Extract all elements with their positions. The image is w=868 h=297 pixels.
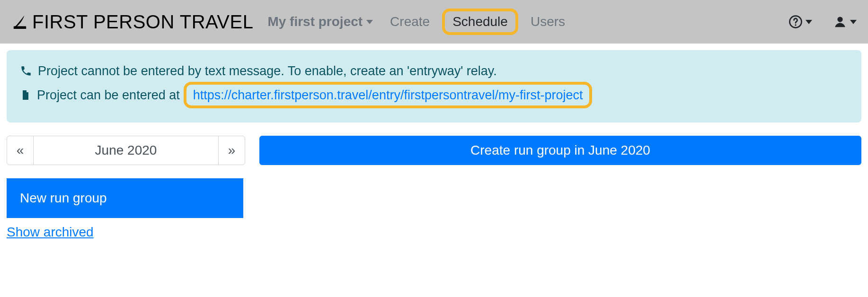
brand-name: FIRST PERSON TRAVEL — [32, 11, 253, 33]
show-archived-link[interactable]: Show archived — [7, 223, 94, 242]
nav-users[interactable]: Users — [522, 11, 574, 32]
page-content: Project cannot be entered by text messag… — [0, 44, 868, 248]
project-dropdown[interactable]: My first project — [263, 11, 378, 32]
user-menu[interactable] — [833, 15, 857, 29]
month-next-button[interactable]: » — [218, 136, 245, 165]
caret-down-icon — [366, 20, 373, 24]
info-alert: Project cannot be entered by text messag… — [7, 50, 861, 122]
svg-rect-0 — [14, 26, 26, 29]
svg-point-2 — [795, 24, 796, 26]
month-label: June 2020 — [34, 136, 218, 165]
nav-schedule-highlight: Schedule — [442, 9, 518, 35]
top-navbar: FIRST PERSON TRAVEL My first project Cre… — [0, 0, 868, 44]
nav-create[interactable]: Create — [381, 11, 438, 32]
month-selector: « June 2020 » — [7, 136, 245, 165]
new-run-group-button[interactable]: New run group — [7, 178, 243, 218]
schedule-controls-row: « June 2020 » Create run group in June 2… — [7, 136, 861, 165]
help-icon — [788, 15, 803, 29]
help-menu[interactable] — [788, 15, 812, 29]
svg-point-3 — [837, 17, 842, 22]
entry-url-highlight: https://charter.firstperson.travel/entry… — [184, 82, 593, 109]
caret-down-icon — [806, 20, 812, 24]
create-run-group-month-button[interactable]: Create run group in June 2020 — [259, 136, 861, 165]
phone-icon — [20, 65, 32, 77]
project-dropdown-label: My first project — [267, 14, 363, 29]
file-icon — [20, 89, 31, 101]
alert-line2-prefix: Project can be entered at — [37, 86, 180, 105]
brand[interactable]: FIRST PERSON TRAVEL — [11, 11, 253, 33]
caret-down-icon — [850, 20, 857, 24]
alert-line1-text: Project cannot be entered by text messag… — [38, 61, 497, 81]
quill-logo-icon — [11, 13, 28, 30]
month-prev-button[interactable]: « — [7, 136, 34, 165]
user-icon — [833, 15, 847, 29]
topbar-right-icons — [788, 15, 857, 29]
entry-url-link[interactable]: https://charter.firstperson.travel/entry… — [193, 88, 583, 102]
nav-schedule[interactable]: Schedule — [450, 13, 511, 30]
